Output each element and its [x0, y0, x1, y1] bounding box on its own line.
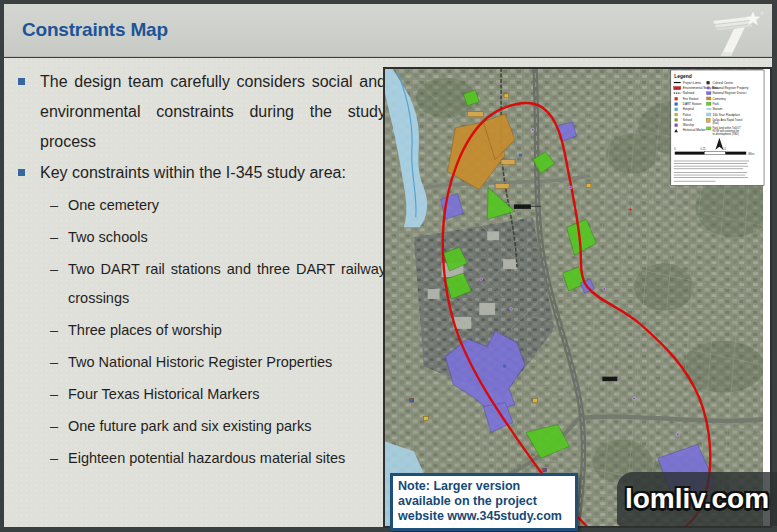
bullet-text: The design team carefully considers soci… [40, 67, 386, 157]
sub-bullet-text: One cemetery [68, 191, 386, 220]
svg-text:National Register Property: National Register Property [712, 86, 748, 90]
watermark: lomliv.com [617, 472, 777, 526]
svg-text:Worship: Worship [683, 123, 695, 127]
svg-text:Project Limits: Project Limits [683, 81, 702, 85]
svg-text:National Register District: National Register District [712, 91, 746, 95]
legend-title: Legend [674, 74, 692, 79]
svg-text:School: School [683, 118, 693, 122]
bullet-list: The design team carefully considers soci… [16, 67, 386, 473]
map-note-line: Note: Larger version [398, 479, 570, 494]
svg-text:Stream: Stream [712, 107, 722, 111]
constraints-map: Legend Project Limits Environmental Stud… [383, 67, 772, 528]
slide: Constraints Map The design team carefull… [0, 0, 777, 532]
sub-bullet-text: Four Texas Historical Markers [68, 380, 386, 409]
dash-bullet-icon: – [50, 444, 58, 473]
svg-text:(Rail): (Rail) [712, 121, 718, 125]
slide-body: The design team carefully considers soci… [4, 58, 772, 527]
map-note: Note: Larger version available on the pr… [390, 473, 578, 531]
dash-bullet-icon: – [50, 223, 58, 252]
dash-bullet-icon: – [50, 348, 58, 377]
square-bullet-icon [18, 78, 25, 85]
dash-bullet-icon: – [50, 191, 58, 220]
svg-text:Fire Station: Fire Station [683, 97, 699, 101]
sub-bullet-item: – Two National Historic Register Propert… [16, 348, 386, 377]
svg-text:re-development (TBD): re-development (TBD) [712, 132, 738, 136]
sub-bullet-text: Eighteen potential hazardous material si… [68, 444, 386, 473]
sub-bullet-item: – Three places of worship [16, 316, 386, 345]
sub-bullet-item: – Eighteen potential hazardous material … [16, 444, 386, 473]
map-note-line: website www.345study.com [398, 509, 570, 524]
sub-bullet-item: – One cemetery [16, 191, 386, 220]
bullet-item: The design team carefully considers soci… [16, 67, 386, 157]
svg-text:0.5: 0.5 [722, 147, 726, 151]
constraints-map-graphic: Legend Project Limits Environmental Stud… [384, 68, 771, 527]
svg-text:Miles: Miles [748, 152, 755, 156]
svg-text:Railroad: Railroad [683, 91, 695, 95]
svg-text:Police: Police [683, 113, 692, 117]
sub-bullet-text: Two National Historic Register Propertie… [68, 348, 386, 377]
dash-bullet-icon: – [50, 255, 58, 284]
bullet-text: Key constraints within the I-345 study a… [40, 158, 386, 188]
dash-bullet-icon: – [50, 380, 58, 409]
slide-header: Constraints Map [4, 4, 772, 57]
sub-bullet-text: One future park and six existing parks [68, 412, 386, 441]
sub-bullet-item: – One future park and six existing parks [16, 412, 386, 441]
svg-text:Historical Marker: Historical Marker [683, 128, 706, 132]
svg-text:DART Station: DART Station [683, 102, 702, 106]
svg-text:Hospital: Hospital [683, 107, 694, 111]
svg-text:0.25: 0.25 [701, 147, 707, 151]
svg-text:Cemetery: Cemetery [712, 97, 726, 101]
square-bullet-icon [18, 169, 25, 176]
svg-text:Cultural Center: Cultural Center [712, 81, 733, 85]
page-title: Constraints Map [22, 19, 168, 41]
dash-bullet-icon: – [50, 316, 58, 345]
sub-bullet-item: – Two schools [16, 223, 386, 252]
map-note-line: available on the project [398, 494, 570, 509]
agency-star-logo-icon [704, 8, 766, 58]
svg-text:100-Year Floodplain: 100-Year Floodplain [712, 113, 740, 117]
sub-bullet-text: Two schools [68, 223, 386, 252]
map-legend: Legend Project Limits Environmental Stud… [671, 70, 764, 185]
dash-bullet-icon: – [50, 412, 58, 441]
bullet-item: Key constraints within the I-345 study a… [16, 158, 386, 188]
svg-text:Park: Park [712, 102, 719, 106]
sub-bullet-text: Two DART rail stations and three DART ra… [68, 255, 386, 313]
sub-bullet-item: – Four Texas Historical Markers [16, 380, 386, 409]
sub-bullet-text: Three places of worship [68, 316, 386, 345]
sub-bullet-item: – Two DART rail stations and three DART … [16, 255, 386, 313]
